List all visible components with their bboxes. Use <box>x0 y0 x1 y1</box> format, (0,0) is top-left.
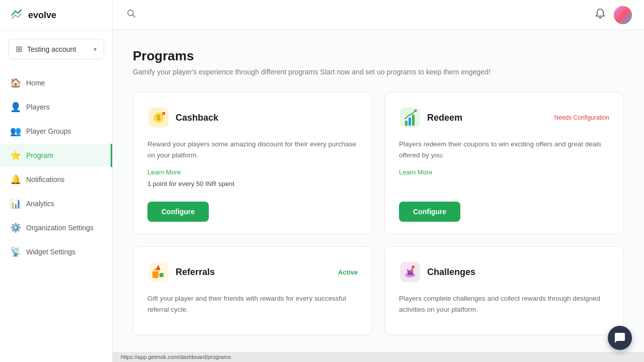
cashback-icon: $ <box>147 107 170 129</box>
chat-bubble[interactable] <box>608 326 632 350</box>
sidebar-item-home[interactable]: 🏠 Home <box>0 71 112 95</box>
sidebar-item-widget-settings[interactable]: 📡 Widget Settings <box>0 240 112 263</box>
account-selector[interactable]: ⊞ Testing account ▾ <box>8 39 104 59</box>
sidebar-item-player-groups[interactable]: 👥 Player Groups <box>0 120 112 143</box>
notifications-icon: 🔔 <box>10 174 20 185</box>
svg-line-1 <box>133 15 135 18</box>
referrals-active-badge: Active <box>338 268 358 276</box>
svg-text:$: $ <box>156 114 160 122</box>
sidebar-item-notifications-label: Notifications <box>26 175 64 184</box>
sidebar-item-analytics-label: Analytics <box>26 200 54 208</box>
nav-menu: 🏠 Home 👤 Players 👥 Player Groups ⭐ Progr… <box>0 67 112 267</box>
programs-grid: $ Cashback Reward your players some amaz… <box>133 92 624 335</box>
url-bar: https://app.getmok.com/dashboard/program… <box>113 352 644 362</box>
sidebar-item-analytics[interactable]: 📊 Analytics <box>0 192 112 215</box>
sidebar-item-org-settings-label: Organization Settings <box>26 224 94 232</box>
page-content: Programs Gamify your player's experience… <box>113 30 644 352</box>
challenges-icon <box>399 261 421 283</box>
cashback-card: $ Cashback Reward your players some amaz… <box>133 92 372 234</box>
challenges-card-header: Challenges <box>399 261 609 283</box>
redeem-card: Redeem Needs Configuration Players redee… <box>384 92 624 234</box>
svg-point-17 <box>412 265 415 268</box>
sidebar-item-player-groups-label: Player Groups <box>26 127 71 135</box>
topbar <box>113 0 644 30</box>
players-icon: 👤 <box>10 102 20 113</box>
main-area: Programs Gamify your player's experience… <box>113 0 644 362</box>
account-icon: ⊞ <box>16 44 22 54</box>
sidebar: evolve ⊞ Testing account ▾ 🏠 Home 👤 Play… <box>0 0 113 362</box>
referrals-card: Referrals Active Gift your player and th… <box>133 246 372 335</box>
search-icon[interactable] <box>125 7 138 23</box>
svg-rect-14 <box>159 273 164 277</box>
player-groups-icon: 👥 <box>10 126 20 137</box>
program-icon: ⭐ <box>10 150 20 161</box>
org-settings-icon: ⚙️ <box>10 222 20 233</box>
cashback-card-header: $ Cashback <box>147 107 358 129</box>
sidebar-item-players[interactable]: 👤 Players <box>0 96 112 119</box>
svg-rect-6 <box>405 121 408 126</box>
bell-icon[interactable] <box>595 8 606 22</box>
sidebar-item-home-label: Home <box>26 79 45 87</box>
cashback-learn-more[interactable]: Learn More <box>147 168 358 176</box>
svg-rect-8 <box>412 115 415 126</box>
logo-text: evolve <box>28 10 56 21</box>
evolve-logo-icon <box>10 8 24 22</box>
page-title: Programs <box>133 48 624 64</box>
cashback-points-info: 1 point for every 50 INR spent <box>147 180 358 188</box>
referrals-card-header: Referrals Active <box>147 261 358 283</box>
redeem-needs-config-badge: Needs Configuration <box>554 114 609 121</box>
referrals-description: Gift your player and their friends with … <box>147 293 358 315</box>
challenges-title: Challenges <box>427 267 609 278</box>
redeem-description: Players redeem their coupons to win exci… <box>399 139 609 160</box>
sidebar-item-notifications[interactable]: 🔔 Notifications <box>0 168 112 191</box>
analytics-icon: 📊 <box>10 198 20 209</box>
svg-point-9 <box>415 110 417 112</box>
avatar-image <box>614 6 632 24</box>
sidebar-item-org-settings[interactable]: ⚙️ Organization Settings <box>0 216 112 239</box>
redeem-configure-button[interactable]: Configure <box>399 202 460 222</box>
redeem-icon <box>399 107 421 129</box>
redeem-title: Redeem <box>427 113 548 123</box>
sidebar-item-program-label: Program <box>26 151 53 159</box>
topbar-actions <box>595 6 632 24</box>
sidebar-item-players-label: Players <box>26 103 50 111</box>
challenges-description: Players complete challenges and collect … <box>399 293 609 315</box>
svg-rect-11 <box>152 271 158 278</box>
home-icon: 🏠 <box>10 77 20 88</box>
referrals-title: Referrals <box>176 267 332 278</box>
referrals-icon <box>147 261 170 283</box>
redeem-card-header: Redeem Needs Configuration <box>399 107 609 129</box>
svg-rect-7 <box>409 118 411 126</box>
sidebar-item-program[interactable]: ⭐ Program <box>0 144 112 167</box>
url-text: https://app.getmok.com/dashboard/program… <box>121 354 231 360</box>
account-name: Testing account <box>27 45 89 53</box>
logo-area: evolve <box>0 0 112 31</box>
page-subtitle: Gamify your player's experience through … <box>133 68 624 76</box>
cashback-description: Reward your players some amazing discoun… <box>147 139 358 160</box>
widget-settings-icon: 📡 <box>10 246 20 257</box>
cashback-configure-button[interactable]: Configure <box>147 202 209 222</box>
cashback-title: Cashback <box>176 113 358 123</box>
redeem-learn-more[interactable]: Learn More <box>399 168 609 176</box>
challenges-card: Challenges Players complete challenges a… <box>384 246 624 335</box>
sidebar-item-widget-settings-label: Widget Settings <box>26 248 75 256</box>
avatar[interactable] <box>614 6 632 24</box>
chevron-down-icon: ▾ <box>94 46 97 53</box>
